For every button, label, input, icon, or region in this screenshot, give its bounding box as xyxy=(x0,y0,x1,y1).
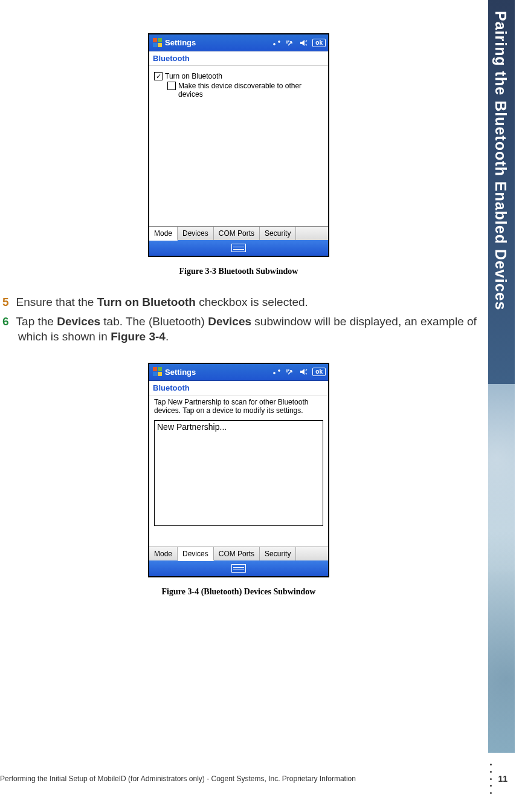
step-6-tail: . xyxy=(166,330,169,343)
tab-devices[interactable]: Devices xyxy=(178,227,214,240)
step-6-number: 6 xyxy=(2,315,9,328)
phone2-titlebar: Settings ok xyxy=(149,364,328,381)
step-6-text-pre: Tap the xyxy=(16,315,57,328)
figure-3-4-caption: Figure 3-4 (Bluetooth) Devices Subwindow xyxy=(0,587,477,597)
step-5-text-pre: Ensure that the xyxy=(16,296,97,308)
phone1-bottombar xyxy=(149,240,328,256)
new-partnership-item[interactable]: New Partnership... xyxy=(157,422,320,432)
tab-com-ports[interactable]: COM Ports xyxy=(214,547,260,560)
speaker-icon xyxy=(299,39,308,47)
phone2-title-text: Settings xyxy=(165,368,196,377)
windows-flag-icon xyxy=(152,37,163,48)
phone2-body: Tap New Partnership to scan for other Bl… xyxy=(149,395,328,547)
figure-3-3-caption: Figure 3-3 Bluetooth Subwindow xyxy=(0,267,477,276)
phone2-tabs: Mode Devices COM Ports Security xyxy=(149,547,328,560)
footer-dots-icon xyxy=(490,764,492,794)
tab-mode[interactable]: Mode xyxy=(149,227,178,241)
ok-button[interactable]: ok xyxy=(312,368,326,376)
figure-3-4-screenshot: Settings ok Bluetooth Tap New Partnershi… xyxy=(148,363,329,577)
step-6: 6Tap the Devices tab. The (Bluetooth) De… xyxy=(0,314,477,345)
windows-flag-icon xyxy=(152,366,163,377)
phone1-subtitle: Bluetooth xyxy=(149,51,328,66)
sidebar-decorative-image xyxy=(488,384,515,753)
connectivity-icon xyxy=(272,368,281,375)
phone2-bottombar xyxy=(149,560,328,576)
step-6-bold1: Devices xyxy=(57,315,100,328)
step-5-number: 5 xyxy=(2,296,9,308)
phone2-help-text: Tap New Partnership to scan for other Bl… xyxy=(154,398,323,415)
signal-icon xyxy=(286,39,294,47)
ok-button[interactable]: ok xyxy=(312,39,326,47)
connectivity-icon xyxy=(272,39,281,47)
tab-com-ports[interactable]: COM Ports xyxy=(214,227,260,240)
step-5: 5Ensure that the Turn on Bluetooth check… xyxy=(0,294,477,310)
page-footer: Performing the Initial Setup of MobileID… xyxy=(0,764,507,794)
step-6-text-mid1: tab. The (Bluetooth) xyxy=(100,315,208,328)
figure-3-3-screenshot: Settings ok Bluetooth ✓ Turn on Bluetoot… xyxy=(148,33,329,257)
step-5-bold: Turn on Bluetooth xyxy=(97,296,196,308)
sidebar-chapter-title: Pairing the Bluetooth Enabled Devices xyxy=(488,0,509,310)
step-6-bold2: Devices xyxy=(208,315,251,328)
turn-on-bluetooth-checkbox[interactable]: ✓ xyxy=(154,72,163,80)
phone2-subtitle: Bluetooth xyxy=(149,381,328,395)
phone1-title-text: Settings xyxy=(165,38,196,47)
signal-icon xyxy=(286,368,294,375)
partnership-list[interactable]: New Partnership... xyxy=(154,420,323,526)
tab-devices[interactable]: Devices xyxy=(178,547,214,561)
speaker-icon xyxy=(299,368,308,375)
phone1-body: ✓ Turn on Bluetooth Make this device dis… xyxy=(149,66,328,226)
discoverable-checkbox[interactable] xyxy=(167,82,176,90)
footer-text: Performing the Initial Setup of MobileID… xyxy=(0,775,484,783)
tab-security[interactable]: Security xyxy=(260,547,296,560)
keyboard-icon[interactable] xyxy=(231,244,246,252)
step-6-figref: Figure 3-4 xyxy=(111,330,166,343)
phone1-titlebar: Settings ok xyxy=(149,34,328,51)
page-number: 11 xyxy=(498,774,507,784)
phone1-status-icons: ok xyxy=(272,39,326,47)
step-5-text-post: checkbox is selected. xyxy=(196,296,308,308)
sidebar-chapter-tab: Pairing the Bluetooth Enabled Devices xyxy=(488,0,515,384)
discoverable-label: Make this device discoverable to other d… xyxy=(178,82,323,99)
tab-mode[interactable]: Mode xyxy=(149,547,178,560)
tab-security[interactable]: Security xyxy=(260,227,296,240)
phone1-tabs: Mode Devices COM Ports Security xyxy=(149,226,328,240)
turn-on-bluetooth-label: Turn on Bluetooth xyxy=(165,72,222,80)
keyboard-icon[interactable] xyxy=(231,564,246,573)
phone2-status-icons: ok xyxy=(272,368,326,376)
